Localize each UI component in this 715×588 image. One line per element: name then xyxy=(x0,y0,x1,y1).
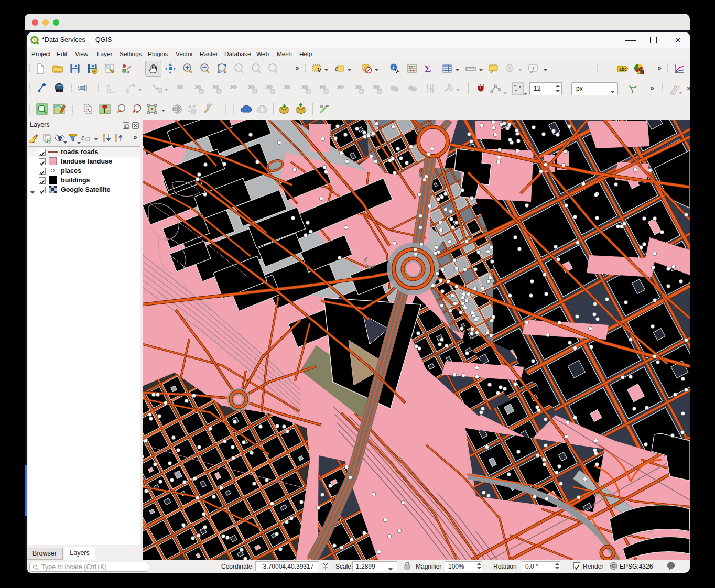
svg-text:Σ: Σ xyxy=(425,63,431,74)
svg-text:a: a xyxy=(127,69,129,74)
svg-text:ε: ε xyxy=(335,64,338,72)
svg-text:T: T xyxy=(532,65,535,71)
svg-text:abc: abc xyxy=(619,67,627,72)
svg-text:X,Y: X,Y xyxy=(188,104,196,110)
svg-text:i: i xyxy=(393,64,394,70)
svg-text:ε: ε xyxy=(81,134,84,141)
